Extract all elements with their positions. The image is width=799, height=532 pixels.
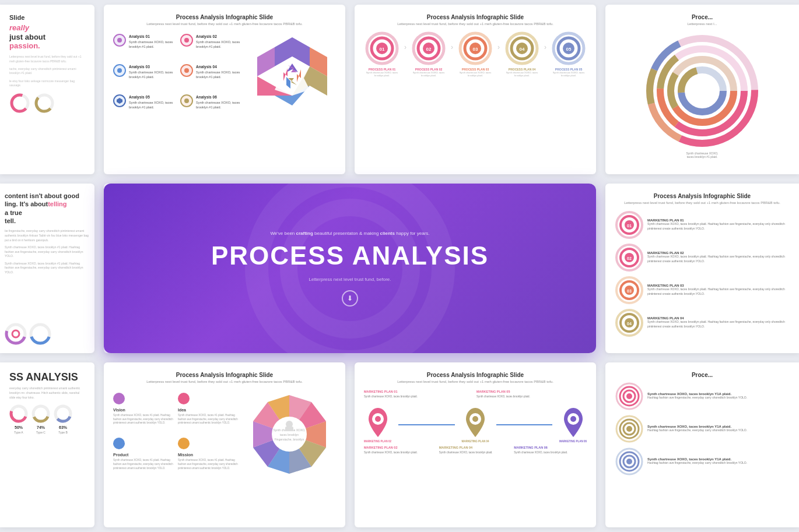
slide1-tagline: really just about passion. (9, 23, 85, 51)
slide1-body2: tache, everyday carry shoreditch pintint… (9, 67, 85, 76)
drop-label-2: MARKETING PLAN 04 (462, 440, 489, 443)
ring-1: 01 PROCESS PLAN 01 Synth chartreuse XOXO… (365, 31, 400, 77)
slide1-body: Letterpress next level trust fund, befor… (9, 54, 85, 64)
slide9-title: Process Analysis Infographic Slide (113, 372, 336, 378)
svg-point-121 (472, 416, 478, 422)
arrow-3: › (497, 43, 500, 51)
slide4-subtitle: Letterpress next l... (615, 22, 790, 27)
analysis-text-2: Analysis 02Synth chartreuse XOXO, taces … (196, 34, 244, 49)
slide8-body: everyday carry shoreditch pintinterest u… (9, 386, 85, 400)
svg-text:01: 01 (380, 47, 385, 52)
drop-connector-2 (496, 424, 552, 425)
concentric-11-1: Synth chartreuse XOXO, taces brooklyn Y1… (615, 382, 747, 411)
slide-center-featured: We've been crafting beautiful presentato… (104, 184, 596, 353)
drop-label-3: MARKETING PLAN 06 (559, 440, 587, 443)
slide5-mini-charts (5, 323, 89, 345)
svg-text:04: 04 (627, 322, 632, 326)
stat-donut-1 (9, 404, 28, 423)
slide10-title: Process Analysis Infographic Slide (364, 372, 587, 378)
stat-3: 63% Type B (54, 404, 72, 434)
analysis-item-6: Analysis 06Synth chartreuse XOXO, taces … (180, 94, 244, 121)
svg-text:Fingerstache, brooklyn: Fingerstache, brooklyn (274, 438, 304, 441)
slide5-line5: tell. (5, 217, 16, 224)
analysis-item-1: Analysis 01Synth chartreuse XOXO, taces … (113, 34, 177, 61)
q-dot-idea (178, 393, 190, 404)
svg-text:03: 03 (473, 47, 478, 52)
q-idea: Idea Synth chartreuse XOXO, taces #1 pla… (178, 393, 239, 435)
svg-point-104 (14, 409, 23, 418)
center-subtitle: Letterpress next level trust fund, befor… (309, 277, 391, 282)
q-vision: Vision Synth chartreuse XOXO, taces #1 p… (113, 393, 174, 435)
slide2-content: Analysis 01Synth chartreuse XOXO, taces … (113, 31, 336, 122)
slide3-title: Process Analysis Infographic Slide (364, 14, 587, 20)
slide5-line2: ling. It's about (5, 200, 48, 207)
slide8-big-title: SS ANALYSIS (9, 372, 85, 382)
svg-text:03: 03 (627, 289, 632, 293)
q-text-mission: Synth chartreuse XOXO, taces #1 plaid. H… (178, 459, 239, 470)
drop-1: MARKETING PLAN 02 (364, 405, 391, 443)
stat-label-3: Type B (54, 431, 72, 434)
slide-card-2: Process Analysis Infographic Slide Lette… (104, 5, 345, 174)
concentric-text-4: MARKETING PLAN 04 Synth chartreuse XOXO,… (647, 316, 790, 329)
slide-card-4-partial: Proce... Letterpress next l... Synth cha… (605, 5, 799, 174)
slide-card-3: Process Analysis Infographic Slide Lette… (355, 5, 596, 174)
rings-11-2 (615, 414, 644, 443)
slide3-rings: 01 PROCESS PLAN 01 Synth chartreuse XOXO… (364, 31, 587, 77)
rings-4: 04 (615, 308, 644, 337)
svg-point-9 (184, 68, 189, 73)
svg-point-131 (626, 426, 632, 432)
ring-svg-3: 03 (458, 31, 492, 65)
slide9-subtitle: Letterpress next level trust fund, befor… (113, 380, 336, 385)
center-download-button[interactable]: ⬇ (342, 290, 358, 306)
concentric-11-2: Synth chartreuse XOXO, taces brooklyn Y1… (615, 414, 747, 443)
octagon-svg: Synth chartreuse XOXO, taces brooklyn Fi… (244, 389, 335, 480)
slide10-subtitle: Letterpress next level trust fund, befor… (364, 380, 587, 385)
svg-text:04: 04 (520, 47, 525, 52)
svg-text:05: 05 (566, 47, 572, 52)
svg-point-127 (626, 393, 632, 399)
slide11-items: Synth chartreuse XOXO, taces brooklyn Y1… (615, 382, 790, 476)
center-tagline: We've been crafting beautiful presentato… (270, 231, 429, 236)
q-dot-mission (178, 438, 190, 449)
mplan-04-bot: MARKETING PLAN 04 (439, 445, 512, 450)
bottom-col-1: MARKETING PLAN 02 Synth chartreuse XOXO,… (364, 445, 437, 455)
slide11-item2-text: Hashtag fashion ave fingerstache, everyd… (647, 428, 747, 433)
mplan-04-sub: Synth chartreuse XOXO, taces brooklyn pl… (439, 451, 512, 455)
analysis-icon-3 (113, 64, 126, 77)
stat-1: 50% Type A (9, 404, 28, 434)
svg-text:01: 01 (627, 224, 632, 228)
arrow-4: › (544, 43, 546, 51)
analysis-icon-2 (180, 34, 193, 47)
analysis-text-4: Analysis 04Synth chartreuse XOXO, taces … (196, 64, 244, 79)
svg-point-67 (35, 329, 45, 339)
slide2-title: Process Analysis Infographic Slide (113, 14, 336, 20)
analysis-icon-1 (113, 34, 126, 47)
bottom-col-3: MARKETING PLAN 06 Synth chartreuse XOXO,… (514, 445, 587, 455)
ring-svg-5: 05 (552, 31, 586, 65)
drop-3: MARKETING PLAN 06 (559, 405, 587, 443)
ring-3: 03 PROCESS PLAN 03 Synth chartreuse XOXO… (458, 31, 493, 77)
slide-card-10: Process Analysis Infographic Slide Lette… (355, 362, 596, 527)
ring-text-4: Synth chartreuse XOXO, taces brooklyn pl… (504, 71, 539, 77)
svg-point-135 (626, 459, 632, 464)
concentric-1: 01 MARKETING PLAN 01 Synth chartreuse XO… (615, 210, 790, 239)
slide4-title: Proce... (615, 14, 790, 20)
ring-text-1: Synth chartreuse XOXO, taces brooklyn pl… (365, 71, 400, 77)
svg-point-123 (570, 416, 576, 422)
slide2-hex-graphic (248, 31, 336, 122)
analysis-item-5: Analysis 05Synth chartreuse XOXO, taces … (113, 94, 177, 121)
slide4-donut-svg (644, 33, 761, 149)
slide-card-8-partial: SS ANALYSIS everyday carry shoreditch pi… (0, 362, 94, 527)
ring-4: 04 PROCESS PLAN 04 Synth chartreuse XOXO… (504, 31, 539, 77)
stat-label-2: Type C (31, 431, 50, 434)
marketing-text-4: Synth chartreuse XOXO, taces brooklyn pl… (647, 320, 790, 329)
stat-label-1: Type A (9, 431, 28, 434)
mini-chart-1 (5, 323, 27, 345)
donut-2 (34, 93, 55, 114)
drop-svg-3 (562, 405, 585, 440)
q-title-product: Product (113, 453, 174, 457)
marketing-col-2: MARKETING PLAN 05 Synth chartreuse XOXO,… (476, 389, 587, 399)
q-dot-vision (113, 393, 125, 404)
q-title-mission: Mission (178, 453, 239, 457)
svg-point-11 (184, 98, 189, 103)
